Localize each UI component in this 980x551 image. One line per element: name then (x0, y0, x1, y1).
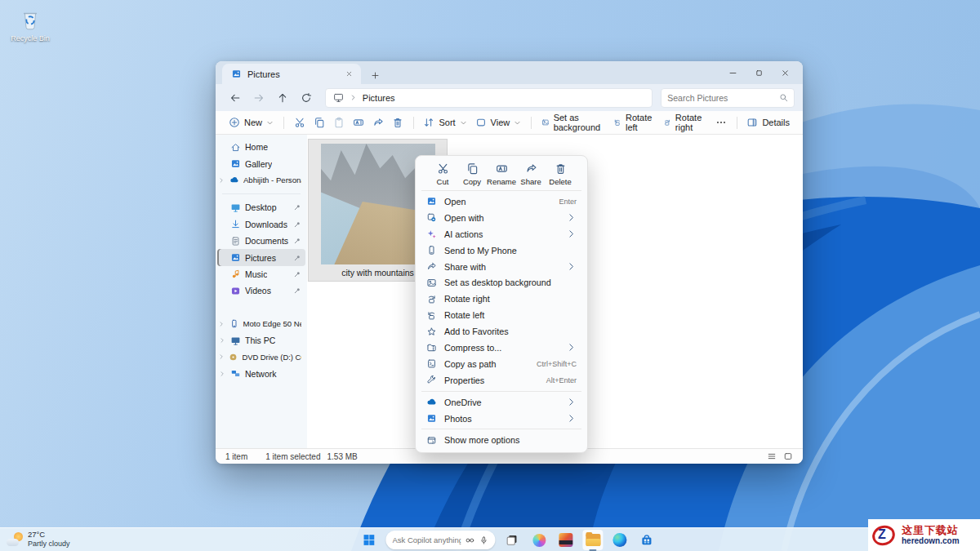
tab-pictures[interactable]: Pictures (222, 64, 361, 84)
set-as-background-button[interactable]: Set as background (537, 113, 609, 132)
copy-menu-button[interactable]: Copy (458, 162, 486, 186)
menu-item-open[interactable]: Open Enter (419, 193, 584, 210)
copilot-button[interactable] (528, 530, 549, 550)
new-tab-button[interactable] (371, 71, 380, 80)
share-button[interactable] (368, 113, 388, 132)
delete-menu-button[interactable]: Delete (546, 162, 574, 186)
toolbar-separator (737, 117, 737, 129)
details-button[interactable]: Details (742, 113, 794, 132)
pin-icon (293, 220, 301, 229)
close-button[interactable] (772, 62, 798, 83)
toolbar-separator (531, 117, 532, 129)
file-explorer-button[interactable] (582, 530, 603, 550)
menu-item-photos[interactable]: Photos (419, 411, 584, 427)
rotate-left-button[interactable]: Rotate left (609, 113, 659, 132)
copy-button[interactable] (310, 113, 329, 132)
share-menu-button[interactable]: Share (517, 162, 545, 186)
tab-close-button[interactable] (341, 67, 356, 82)
zip-folder-icon (426, 342, 437, 353)
sidebar-item-documents[interactable]: Documents (217, 233, 305, 249)
menu-item-onedrive[interactable]: OneDrive (419, 394, 584, 411)
menu-item-open-with[interactable]: Open with (419, 210, 584, 226)
menu-item-add-to-favorites[interactable]: Add to Favorites (419, 323, 584, 340)
expand-chevron-icon[interactable] (217, 371, 226, 377)
toolbar-separator (283, 117, 284, 129)
menu-item-copy-as-path[interactable]: Copy as path Ctrl+Shift+C (419, 356, 584, 372)
cut-button[interactable] (290, 113, 310, 132)
forward-button[interactable] (247, 87, 271, 109)
more-options-button[interactable] (711, 113, 731, 132)
sidebar-item-home[interactable]: Home (217, 139, 305, 155)
photos-app-button[interactable] (555, 530, 576, 550)
delete-button[interactable] (388, 113, 408, 132)
new-button[interactable]: New (225, 113, 278, 132)
pin-icon (293, 254, 301, 262)
sidebar-item-gallery[interactable]: Gallery (217, 155, 305, 171)
copy-path-icon (426, 358, 437, 369)
sidebar-item-phone[interactable]: Moto Edge 50 Neo (217, 316, 305, 332)
minimize-button[interactable] (719, 62, 746, 83)
search-icon (779, 93, 788, 102)
weather-temperature: 27°C (28, 531, 70, 540)
store-button[interactable] (636, 530, 657, 550)
videos-icon (230, 286, 241, 296)
copilot-input[interactable] (392, 535, 461, 544)
set-as-background-label: Set as background (554, 113, 605, 132)
sidebar-item-videos[interactable]: Videos (217, 282, 305, 299)
menu-item-rotate-left[interactable]: Rotate left (419, 307, 584, 323)
back-button[interactable] (224, 87, 247, 109)
rotate-right-button[interactable]: Rotate right (659, 113, 710, 132)
menu-item-show-more-options[interactable]: Show more options (419, 432, 584, 448)
address-bar[interactable]: Pictures (325, 88, 653, 108)
large-icons-view-icon[interactable] (783, 451, 793, 461)
menu-item-rotate-right[interactable]: Rotate right (419, 291, 584, 307)
expand-chevron-icon[interactable] (217, 353, 225, 360)
sidebar-item-downloads[interactable]: Downloads (217, 216, 305, 233)
start-button[interactable] (359, 530, 379, 550)
recycle-bin-shortcut[interactable]: Recycle Bin (6, 7, 55, 42)
microphone-icon[interactable] (479, 535, 488, 545)
edge-icon (612, 533, 626, 547)
menu-item-send-to-phone[interactable]: Send to My Phone (419, 242, 584, 259)
sidebar-item-pictures[interactable]: Pictures (217, 249, 305, 265)
sidebar-item-desktop[interactable]: Desktop (217, 199, 305, 216)
edge-button[interactable] (609, 530, 630, 550)
menu-item-label: Show more options (444, 435, 519, 445)
weather-widget[interactable]: 27°C Partly cloudy (7, 527, 70, 551)
menu-item-compress-to[interactable]: Compress to... (419, 340, 584, 356)
menu-item-properties[interactable]: Properties Alt+Enter (419, 372, 584, 389)
sidebar-item-onedrive[interactable]: Abhijith - Personal (217, 172, 305, 189)
expand-chevron-icon[interactable] (217, 177, 225, 184)
view-button[interactable]: View (471, 113, 526, 132)
search-input[interactable] (667, 93, 779, 103)
sort-button[interactable]: Sort (419, 113, 470, 132)
sidebar-item-dvd-drive[interactable]: DVD Drive (D:) CCC (217, 349, 305, 365)
sidebar-item-network[interactable]: Network (217, 366, 305, 382)
shortcut-hint: Ctrl+Shift+C (537, 360, 577, 368)
up-button[interactable] (271, 87, 295, 109)
menu-divider (421, 190, 581, 191)
cut-menu-button[interactable]: Cut (429, 162, 457, 186)
rename-menu-button[interactable]: Rename (488, 162, 515, 186)
list-view-icon[interactable] (767, 451, 777, 461)
pin-icon (293, 287, 301, 295)
expand-chevron-icon[interactable] (217, 337, 226, 344)
cut-icon (437, 162, 449, 175)
search-box[interactable] (661, 88, 795, 108)
sidebar-item-this-pc[interactable]: This PC (217, 332, 305, 349)
breadcrumb[interactable]: Pictures (363, 93, 395, 103)
task-view-button[interactable] (501, 530, 522, 550)
menu-item-share-with[interactable]: Share with (419, 259, 584, 275)
rename-button[interactable] (349, 113, 368, 132)
copilot-search-box[interactable] (385, 531, 495, 549)
menu-item-set-as-desktop-background[interactable]: Set as desktop background (419, 274, 584, 291)
maximize-button[interactable] (746, 62, 772, 83)
pictures-icon (230, 252, 241, 263)
sidebar-item-label: Desktop (245, 202, 277, 212)
sidebar-item-music[interactable]: Music (217, 266, 305, 282)
paste-button[interactable] (329, 113, 349, 132)
menu-item-ai-actions[interactable]: AI actions (419, 226, 584, 242)
vision-goggles-icon[interactable] (465, 535, 474, 545)
refresh-button[interactable] (295, 87, 318, 109)
expand-chevron-icon[interactable] (217, 321, 225, 327)
